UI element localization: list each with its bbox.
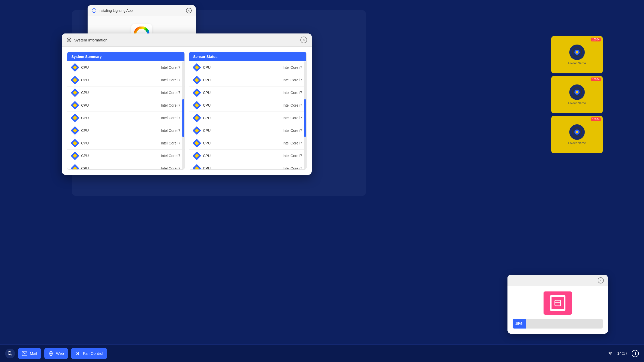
cpu-label: CPU xyxy=(203,91,216,95)
svg-point-2 xyxy=(576,51,578,54)
cpu-icon xyxy=(71,114,79,122)
card-2[interactable]: 1000+ Folder Name xyxy=(551,76,603,113)
cpu-label: CPU xyxy=(81,141,94,145)
cpu-icon xyxy=(193,76,200,84)
scrollbar-track-right[interactable] xyxy=(304,61,306,169)
cpu-icon xyxy=(193,152,200,159)
cpu-icon xyxy=(71,165,79,169)
cpu-label: CPU xyxy=(203,166,216,169)
fan-control-popup: × 15% xyxy=(507,275,608,334)
svg-point-15 xyxy=(8,351,11,355)
cpu-icon xyxy=(71,89,79,96)
cpu-value: Intel Core i7 xyxy=(283,128,302,133)
cpu-icon xyxy=(71,102,79,109)
taskbar-fan-app[interactable]: Fan Control xyxy=(71,348,107,359)
table-row: CPU Intel Core i7 xyxy=(189,112,306,124)
card-label-3: Folder Name xyxy=(568,141,586,145)
taskbar: Mail Web Fan Control 14:17 ℹ xyxy=(0,344,644,362)
progress-label: 15% xyxy=(515,322,522,326)
cpu-icon xyxy=(193,102,200,109)
taskbar-right: 14:17 ℹ xyxy=(607,350,639,357)
table-row: CPU Intel Core i7 xyxy=(189,87,306,99)
cpu-label: CPU xyxy=(203,128,216,133)
cpu-value: Intel Core i7 xyxy=(283,103,302,107)
sys-info-header: System Information × xyxy=(62,33,312,47)
install-popup-header: i Instaling Lighting App × xyxy=(88,5,196,16)
card-label-1: Folder Name xyxy=(568,62,586,65)
cpu-value: Intel Core i7 xyxy=(283,141,302,145)
cpu-icon xyxy=(71,152,79,159)
table-row: CPU Intel Core i7 xyxy=(189,74,306,87)
taskbar-search-button[interactable] xyxy=(5,349,15,358)
progress-bar-container[interactable]: 15% xyxy=(513,319,603,329)
svg-point-12 xyxy=(68,39,70,41)
cpu-icon xyxy=(193,114,200,122)
table-row: CPU Intel Core i7 xyxy=(67,74,184,87)
table-row: CPU Intel Core i7 xyxy=(67,87,184,99)
scrollbar-thumb-right[interactable] xyxy=(304,99,306,137)
fan-popup-header: × xyxy=(507,275,608,286)
svg-point-5 xyxy=(576,91,578,93)
cpu-value: Intel Core i7 xyxy=(283,65,302,70)
taskbar-web-app[interactable]: Web xyxy=(44,348,68,359)
sys-info-title: System Information xyxy=(74,38,298,42)
table-row: CPU Intel Core i7 xyxy=(189,137,306,150)
cpu-icon xyxy=(193,89,200,96)
cpu-icon xyxy=(193,127,200,134)
svg-point-8 xyxy=(576,131,578,133)
cpu-value: Intel Core i7 xyxy=(283,78,302,82)
cpu-icon xyxy=(71,64,79,71)
sensor-status-rows[interactable]: CPU Intel Core i7 CPU Intel Core i7 CPU … xyxy=(189,61,306,169)
search-icon xyxy=(7,351,13,356)
fan-icon-inner xyxy=(550,295,565,311)
table-row: CPU Intel Core i7 xyxy=(189,99,306,112)
taskbar-info-button[interactable]: ℹ xyxy=(632,350,639,357)
svg-line-16 xyxy=(11,354,12,356)
scrollbar-thumb-left[interactable] xyxy=(182,99,184,137)
card-badge-2: 1000+ xyxy=(591,77,601,81)
table-row: CPU Intel Core i7 xyxy=(67,124,184,137)
system-summary-rows[interactable]: CPU Intel Core i7 CPU Intel Core i7 CPU … xyxy=(67,61,184,169)
progress-bar-fill: 15% xyxy=(513,319,526,329)
table-row: CPU Intel Core i7 xyxy=(189,124,306,137)
card-3[interactable]: 1000+ Folder Name xyxy=(551,116,603,153)
table-row: CPU Intel Core i7 xyxy=(67,61,184,74)
cpu-label: CPU xyxy=(81,128,94,133)
cpu-value: Intel Core i7 xyxy=(161,154,180,158)
cpu-label: CPU xyxy=(81,91,94,95)
taskbar-time: 14:17 xyxy=(617,351,628,356)
taskbar-mail-app[interactable]: Mail xyxy=(18,348,41,359)
cpu-label: CPU xyxy=(203,116,216,120)
sys-info-body: System Summary CPU Intel Core i7 CPU Int… xyxy=(62,47,312,175)
scrollbar-track-left[interactable] xyxy=(182,61,184,169)
install-popup-title: Instaling Lighting App xyxy=(98,8,184,13)
card-circle-3 xyxy=(569,124,585,140)
system-summary-panel: System Summary CPU Intel Core i7 CPU Int… xyxy=(67,52,185,170)
cpu-value: Intel Core i7 xyxy=(161,91,180,95)
sys-info-close-button[interactable]: × xyxy=(300,37,307,43)
table-row: CPU Intel Core i7 xyxy=(189,162,306,169)
cpu-label: CPU xyxy=(81,166,94,169)
web-app-label: Web xyxy=(56,351,64,356)
table-row: CPU Intel Core i7 xyxy=(67,99,184,112)
fan-app-label: Fan Control xyxy=(83,351,103,356)
fan-icon xyxy=(75,351,80,356)
cpu-label: CPU xyxy=(203,103,216,107)
card-badge-3: 1000+ xyxy=(591,117,601,121)
cpu-label: CPU xyxy=(203,65,216,70)
sensor-status-header: Sensor Status xyxy=(189,52,306,61)
fan-popup-close-button[interactable]: × xyxy=(598,277,604,283)
install-popup-close-button[interactable]: × xyxy=(186,8,192,13)
table-row: CPU Intel Core i7 xyxy=(67,137,184,150)
cpu-icon xyxy=(193,165,200,169)
card-1[interactable]: 1000+ Folder Name xyxy=(551,36,603,73)
cpu-value: Intel Core i7 xyxy=(161,78,180,82)
cpu-label: CPU xyxy=(81,154,94,158)
cpu-label: CPU xyxy=(81,103,94,107)
card-circle-1 xyxy=(569,45,585,60)
mail-icon xyxy=(22,351,27,356)
wifi-icon xyxy=(607,351,613,356)
settings-icon xyxy=(66,37,72,42)
cpu-value: Intel Core i7 xyxy=(161,128,180,133)
mail-app-label: Mail xyxy=(30,351,37,356)
